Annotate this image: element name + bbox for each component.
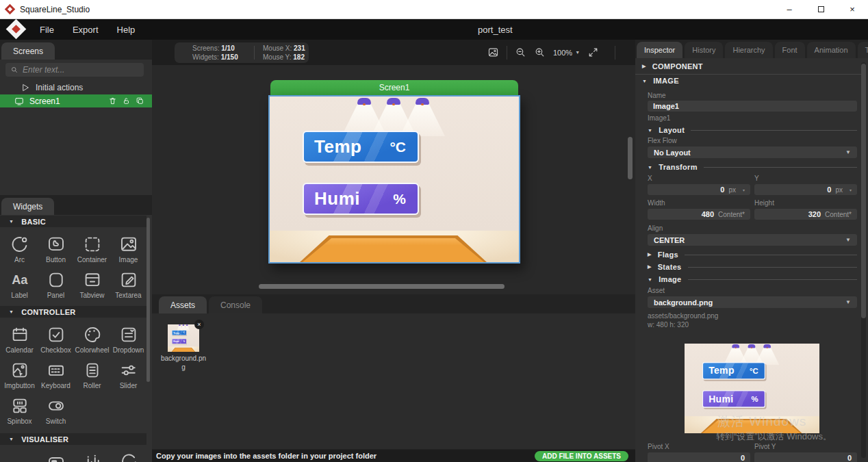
inspector-panel: Inspector History Hierarchy Font Animati…: [635, 40, 868, 462]
tab-widgets[interactable]: Widgets: [1, 198, 54, 215]
menu-file[interactable]: File: [40, 25, 54, 35]
x-field[interactable]: 0 px ▾: [648, 184, 750, 195]
align-dropdown[interactable]: CENTER ▼: [648, 234, 857, 246]
widget-image[interactable]: Image: [110, 229, 146, 265]
asset-dropdown[interactable]: background.png ▼: [648, 296, 857, 308]
canvas-area[interactable]: Screen1 Temp °C Humi: [152, 65, 635, 294]
align-label: Align: [648, 224, 663, 232]
flags-section-header[interactable]: ▶ Flags: [648, 251, 857, 259]
pivot-y-field[interactable]: 0: [754, 452, 857, 462]
width-field[interactable]: 480 Content*: [648, 209, 750, 220]
tab-animation[interactable]: Animation: [807, 42, 856, 58]
menu-export[interactable]: Export: [73, 25, 99, 35]
vertical-scrollbar[interactable]: [628, 137, 633, 179]
caret-down-icon: ▼: [9, 309, 14, 314]
widget-imgbutton[interactable]: Imgbutton: [1, 355, 38, 391]
widget-arc[interactable]: Arc: [1, 229, 38, 265]
humi-panel[interactable]: Humi %: [303, 183, 419, 215]
layout-section-header[interactable]: ▼ Layout: [648, 126, 857, 134]
tab-screens[interactable]: Screens: [1, 42, 55, 60]
section-controller[interactable]: ▼ CONTROLLER: [0, 306, 146, 318]
unlock-icon[interactable]: [122, 97, 131, 105]
widgets-panel: ▼ BASIC Arc Button Container: [0, 215, 152, 462]
asset-thumbnail[interactable]: × Temp°C Humi%: [168, 324, 199, 352]
window-title: SquareLine_Studio: [20, 5, 90, 14]
caret-right-icon: ▶: [642, 64, 646, 69]
temp-panel[interactable]: Temp °C: [303, 131, 419, 163]
trash-icon[interactable]: [108, 97, 117, 105]
menu-help[interactable]: Help: [117, 25, 136, 35]
zoom-out-icon[interactable]: [515, 47, 526, 58]
component-section-header[interactable]: ▶ COMPONENT: [642, 62, 703, 70]
name-field[interactable]: [648, 101, 857, 112]
screens-count-label: Screens:: [192, 44, 219, 52]
mouse-x-value: 231: [294, 44, 305, 52]
bar-icon: [46, 451, 66, 462]
widget-keyboard[interactable]: Keyboard: [38, 355, 74, 391]
widget-button[interactable]: Button: [38, 229, 74, 265]
y-field[interactable]: 0 px ▾: [754, 184, 857, 195]
zoom-level-dropdown[interactable]: 100% ▼: [553, 49, 580, 57]
maximize-button[interactable]: [805, 0, 837, 19]
asset-path: assets/background.png: [648, 312, 718, 320]
screen-design[interactable]: Temp °C Humi %: [268, 95, 520, 264]
widget-switch[interactable]: Switch: [38, 391, 74, 426]
tab-hierarchy[interactable]: Hierarchy: [725, 42, 772, 58]
canvas-screen-tab[interactable]: Screen1: [270, 80, 518, 95]
colorwheel-icon: [82, 324, 103, 345]
tab-inspector[interactable]: Inspector: [637, 42, 682, 58]
fit-screen-icon[interactable]: [587, 47, 599, 58]
image-subsection-header[interactable]: ▼ Image: [648, 275, 857, 283]
widget-spinbox[interactable]: Spinbox: [1, 391, 38, 426]
asset-item-background[interactable]: × Temp°C Humi%: [160, 324, 207, 372]
screen-list-item-screen1[interactable]: Screen1: [0, 94, 152, 107]
tab-assets[interactable]: Assets: [159, 296, 207, 313]
search-input[interactable]: [23, 65, 139, 75]
caret-down-icon: ▼: [9, 437, 14, 441]
widget-dropdown[interactable]: Dropdown: [110, 320, 146, 355]
tab-history[interactable]: History: [685, 42, 723, 58]
widget-spinner[interactable]: [110, 446, 146, 462]
minimize-button[interactable]: –: [774, 0, 805, 19]
name-input[interactable]: [653, 102, 852, 110]
pivot-x-field[interactable]: 0: [648, 452, 750, 462]
tab-console[interactable]: Console: [209, 296, 262, 313]
unit-caret-icon: ▾: [850, 188, 852, 192]
widget-container[interactable]: Container: [74, 229, 110, 265]
image-section-header[interactable]: ▼ IMAGE: [642, 77, 679, 85]
duplicate-icon[interactable]: [136, 97, 144, 105]
inspector-scrollbar[interactable]: [861, 64, 866, 318]
background-image-icon[interactable]: [487, 47, 499, 58]
widget-calendar[interactable]: Calendar: [1, 320, 38, 355]
background-scene: Temp °C Humi %: [270, 97, 519, 262]
widget-chart[interactable]: [74, 446, 110, 462]
menubar: File Export Help port_test: [0, 19, 868, 40]
left-panel: Screens Initial actions Screen1: [0, 40, 152, 462]
section-visualiser[interactable]: ▼ VISUALISER: [0, 433, 146, 445]
transform-section-header[interactable]: ▼ Transform: [648, 163, 857, 171]
widget-colorwheel[interactable]: Colorwheel: [74, 320, 110, 355]
add-file-into-assets-button[interactable]: ADD FILE INTO ASSETS: [535, 451, 628, 461]
remove-asset-icon[interactable]: ×: [194, 320, 204, 329]
widget-slider[interactable]: Slider: [110, 355, 146, 391]
search-icon: [10, 66, 18, 74]
widget-label[interactable]: Aa Label: [1, 265, 38, 300]
widget-bar[interactable]: [38, 446, 74, 462]
widget-panel[interactable]: Panel: [38, 265, 74, 300]
widget-checkbox[interactable]: Checkbox: [38, 320, 74, 355]
caret-down-icon: ▼: [845, 149, 851, 155]
widgets-scrollbar[interactable]: [146, 218, 150, 382]
widget-tabview[interactable]: Tabview: [74, 265, 110, 300]
flex-flow-dropdown[interactable]: No Layout ▼: [648, 146, 857, 158]
initial-actions-item[interactable]: Initial actions: [0, 81, 152, 94]
horizontal-scrollbar[interactable]: [259, 284, 505, 289]
widget-textarea[interactable]: Textarea: [110, 265, 146, 300]
tab-themes[interactable]: Themes: [858, 42, 868, 58]
height-field[interactable]: 320 Content*: [754, 209, 857, 220]
tab-font[interactable]: Font: [775, 42, 805, 58]
close-button[interactable]: ×: [837, 0, 868, 19]
section-basic[interactable]: ▼ BASIC: [0, 216, 146, 227]
states-section-header[interactable]: ▶ States: [648, 263, 857, 271]
zoom-in-icon[interactable]: [534, 47, 546, 58]
widget-roller[interactable]: Roller: [74, 355, 110, 391]
